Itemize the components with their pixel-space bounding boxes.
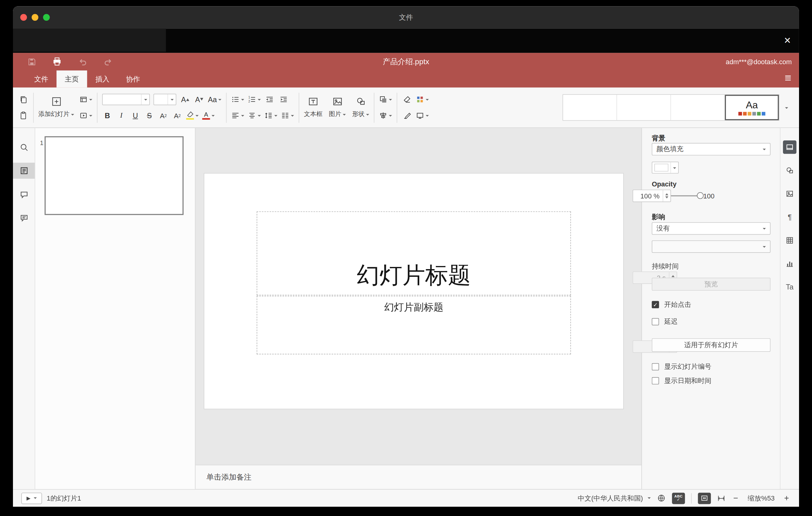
opacity-input[interactable]: 100 % [633, 190, 671, 202]
minimize-traffic-light[interactable] [32, 14, 38, 21]
superscript-button[interactable]: A2 [158, 109, 169, 122]
zoom-in-button[interactable]: + [782, 493, 791, 503]
color-scheme-button[interactable] [416, 93, 429, 106]
underline-button[interactable]: U [130, 109, 141, 122]
theme-gallery-expand-button[interactable] [779, 105, 792, 110]
document-language-button[interactable] [657, 494, 666, 503]
search-button[interactable] [13, 140, 35, 155]
bullet-list-button[interactable] [231, 93, 244, 106]
vertical-align-button[interactable] [248, 109, 261, 122]
slide-canvas[interactable]: 幻灯片标题 幻灯片副标题 [196, 128, 641, 465]
decrease-indent-button[interactable] [264, 93, 275, 106]
zoom-out-button[interactable]: − [731, 493, 740, 503]
right-sidebar: ¶ Ta [780, 128, 799, 489]
chart-settings-tab[interactable] [783, 257, 796, 271]
theme-tile-blank-2[interactable] [617, 95, 671, 120]
fit-to-slide-button[interactable] [698, 492, 711, 504]
tab-collaboration[interactable]: 协作 [118, 70, 148, 87]
menu-icon[interactable]: ≡ [785, 70, 791, 87]
redo-icon[interactable] [102, 56, 114, 68]
chat-panel-button[interactable] [13, 210, 35, 226]
delay-checkbox[interactable] [652, 318, 659, 325]
highlight-color-button[interactable] [186, 109, 198, 122]
show-slide-number-row: 显示幻灯片编号 [652, 363, 771, 371]
effect-select[interactable]: 没有 [652, 222, 771, 234]
close-traffic-light[interactable] [20, 14, 27, 21]
add-slide-button[interactable]: 添加幻灯片 [38, 93, 74, 122]
notes-area[interactable]: 单击添加备注 [196, 465, 641, 489]
insert-textbox-button[interactable]: 文本框 [304, 96, 323, 118]
font-name-combo[interactable] [102, 94, 150, 105]
font-size-combo[interactable] [153, 94, 176, 105]
line-spacing-button[interactable] [264, 109, 277, 122]
strikethrough-button[interactable]: S [144, 109, 154, 122]
print-icon[interactable] [51, 56, 63, 68]
opacity-slider-knob[interactable] [697, 192, 704, 199]
stepper-arrows[interactable] [663, 190, 670, 202]
theme-tile-blank-3[interactable] [671, 95, 725, 120]
table-settings-tab[interactable] [783, 234, 796, 247]
textart-settings-tab[interactable]: Ta [783, 280, 796, 294]
background-fill-select[interactable]: 颜色填充 [652, 143, 771, 155]
background-color-picker[interactable] [652, 162, 679, 174]
preview-button[interactable]: 预览 [652, 278, 771, 291]
subtitle-placeholder[interactable]: 幻灯片副标题 [257, 296, 571, 354]
paste-button[interactable] [18, 109, 29, 122]
theme-tile-selected[interactable]: Aa [725, 95, 779, 120]
slide-layout-button[interactable] [79, 93, 92, 106]
subscript-button[interactable]: A2 [172, 109, 183, 122]
comments-panel-button[interactable] [13, 187, 35, 202]
spellcheck-toggle[interactable]: ABC ✓ [672, 492, 685, 504]
copy-style-button[interactable] [402, 109, 412, 122]
image-icon [332, 96, 343, 109]
slide-thumbnail[interactable] [45, 136, 183, 215]
bold-button[interactable]: B [102, 109, 113, 122]
start-on-click-checkbox[interactable]: ✓ [652, 301, 659, 308]
tab-insert[interactable]: 插入 [87, 70, 118, 87]
apply-to-all-slides-button[interactable]: 适用于所有幻灯片 [652, 338, 771, 352]
tab-file[interactable]: 文件 [26, 70, 56, 87]
image-settings-tab[interactable] [783, 187, 796, 201]
chat-icon [20, 213, 28, 223]
start-slideshow-button[interactable] [79, 109, 92, 122]
slide[interactable]: 幻灯片标题 幻灯片副标题 [204, 173, 623, 409]
numbered-list-button[interactable]: 12 [248, 93, 261, 106]
align-shapes-button[interactable] [379, 109, 392, 122]
show-date-time-checkbox[interactable] [652, 377, 659, 384]
insert-image-button[interactable]: 图片 [329, 96, 346, 118]
toolbar-separator [299, 93, 299, 122]
add-slide-label: 添加幻灯片 [38, 110, 69, 119]
close-icon[interactable]: × [784, 33, 791, 48]
save-icon[interactable] [25, 56, 38, 68]
fit-to-width-button[interactable] [717, 494, 725, 503]
language-selector[interactable]: 中文(中华人民共和国) [578, 493, 651, 503]
paragraph-settings-tab[interactable]: ¶ [783, 210, 796, 224]
font-color-button[interactable]: A [202, 109, 214, 122]
fullscreen-traffic-light[interactable] [43, 14, 50, 21]
undo-icon[interactable] [76, 56, 89, 68]
clear-style-button[interactable] [402, 93, 412, 106]
italic-button[interactable]: I [116, 109, 126, 122]
shape-settings-tab[interactable] [783, 164, 796, 177]
arrange-shapes-button[interactable] [379, 93, 392, 106]
horizontal-align-button[interactable] [231, 109, 244, 122]
increase-font-size-button[interactable]: A [180, 93, 190, 106]
slides-panel-button[interactable] [13, 163, 35, 179]
increase-indent-button[interactable] [279, 93, 289, 106]
chevron-down-icon [763, 246, 766, 249]
title-placeholder[interactable]: 幻灯片标题 [257, 211, 571, 295]
columns-button[interactable] [281, 109, 294, 122]
insert-shape-button[interactable]: 形状 [352, 96, 369, 118]
check-icon: ✓ [653, 301, 658, 308]
tab-home[interactable]: 主页 [56, 70, 87, 87]
show-slide-number-checkbox[interactable] [652, 363, 659, 371]
chevron-down-icon [196, 115, 199, 118]
theme-tile-blank-1[interactable] [563, 95, 617, 120]
start-slideshow-status-button[interactable]: ▶ [21, 492, 42, 504]
slide-size-button[interactable] [416, 109, 429, 122]
effect-type-select[interactable] [652, 240, 771, 253]
decrease-font-size-button[interactable]: A [194, 93, 205, 106]
slide-settings-tab[interactable] [783, 140, 796, 154]
change-case-button[interactable]: Aa [208, 93, 222, 106]
copy-button[interactable] [18, 93, 29, 106]
